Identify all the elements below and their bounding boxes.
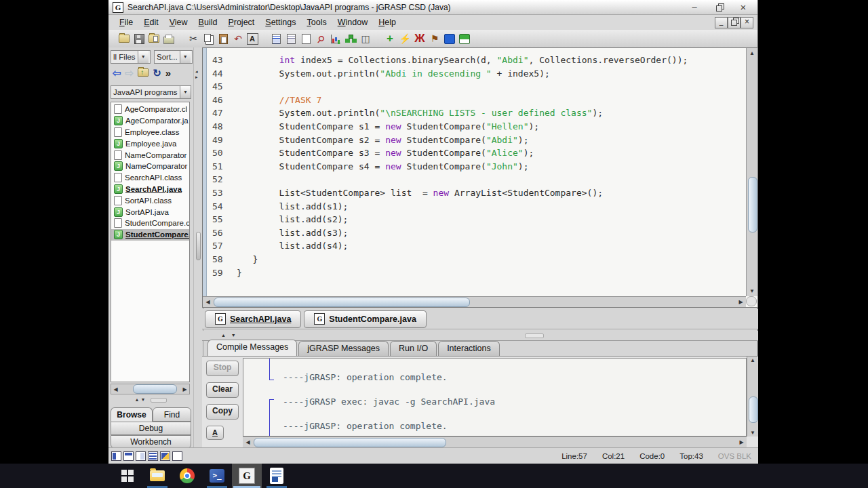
scroll-down-icon[interactable]: ▼ [747, 430, 758, 436]
cut-icon[interactable]: ✂ [187, 33, 200, 45]
paste-icon[interactable] [217, 33, 230, 45]
pane-grip[interactable] [151, 398, 167, 403]
menu-edit[interactable]: Edit [138, 16, 164, 28]
forward-icon[interactable]: ⇨ [125, 68, 134, 79]
tab-workbench[interactable]: Workbench [111, 435, 191, 449]
menu-view[interactable]: View [164, 16, 193, 28]
up-folder-icon[interactable] [138, 68, 149, 79]
chrome-icon[interactable] [172, 464, 202, 488]
mdi-minimize-button[interactable]: _ [715, 17, 728, 28]
code-line[interactable]: list.add(s4); [237, 239, 348, 253]
layout-icon[interactable] [160, 451, 170, 461]
file-item[interactable]: JSortAPI.java [111, 206, 189, 218]
viewer-window-icon[interactable] [458, 33, 471, 45]
code-line[interactable]: System.out.println("Abdi in descending "… [237, 67, 550, 81]
code-line[interactable]: System.out.println("\nSEARCHING LISTS - … [237, 106, 603, 120]
stop-button[interactable]: Stop [206, 361, 239, 376]
code-line[interactable]: StudentCompare s2 = new StudentCompare("… [237, 134, 529, 147]
layout-icon[interactable] [172, 451, 182, 461]
tab-compile-messages[interactable]: Compile Messages [208, 340, 297, 356]
clear-button[interactable]: Clear [206, 382, 239, 398]
copy-button[interactable]: Copy [206, 404, 239, 420]
tab-jgrasp-messages[interactable]: jGRASP Messages [298, 341, 389, 356]
scroll-left-icon[interactable]: ◀ [203, 297, 212, 307]
file-item[interactable]: JStudentCompare.j [111, 229, 189, 241]
menu-file[interactable]: File [114, 16, 138, 28]
code-lines[interactable]: int index5 = Collections.binarySearch(d,… [233, 48, 746, 296]
more-icon[interactable]: » [165, 68, 171, 79]
file-item[interactable]: SearchAPI.class [111, 172, 189, 184]
pin-icon[interactable]: ⚲ [312, 30, 330, 48]
save-as-icon[interactable] [148, 33, 161, 45]
complexity-profile-icon[interactable] [330, 33, 342, 45]
tab-browse[interactable]: Browse [111, 407, 153, 422]
tab-find[interactable]: Find [153, 407, 191, 422]
sort-dropdown[interactable]: Sort... ▼ [154, 50, 193, 64]
scroll-left-icon[interactable]: ◀ [111, 386, 120, 392]
font-button[interactable]: A [206, 426, 224, 440]
scroll-right-icon[interactable]: ▶ [737, 437, 746, 447]
font-icon[interactable]: A [247, 33, 258, 45]
code-line[interactable]: } [237, 253, 258, 266]
menu-help[interactable]: Help [373, 16, 401, 28]
uml-icon[interactable] [344, 33, 357, 45]
project-dropdown[interactable]: JavaAPI programs ▼ [111, 85, 191, 99]
file-item[interactable]: AgeComparator.cl [111, 104, 189, 115]
open-file-icon[interactable] [118, 33, 131, 45]
code-line[interactable]: StudentCompare s4 = new StudentCompare("… [237, 160, 529, 174]
file-item[interactable]: JNameComparator [111, 161, 189, 172]
restore-button[interactable] [713, 2, 725, 13]
scroll-right-icon[interactable]: ▶ [180, 386, 189, 392]
editor-hscrollbar[interactable]: ◀ ▶ [203, 296, 746, 307]
file-explorer-icon[interactable] [142, 464, 172, 488]
code-line[interactable]: StudentCompare s3 = new StudentCompare("… [237, 146, 534, 160]
refresh-icon[interactable]: ↻ [153, 68, 161, 79]
blue-window-icon[interactable] [443, 33, 456, 45]
file-item[interactable]: SortAPI.class [111, 195, 189, 206]
code-line[interactable]: list.add(s2); [237, 213, 348, 226]
files-filter-dropdown[interactable]: ll Files ▼ [111, 50, 151, 64]
minimize-button[interactable]: – [688, 2, 701, 13]
code-line[interactable]: } [237, 266, 242, 280]
undo-icon[interactable]: ↶ [232, 33, 245, 45]
menu-project[interactable]: Project [222, 16, 260, 28]
scroll-thumb[interactable] [254, 438, 446, 447]
scroll-thumb[interactable] [748, 177, 757, 233]
remove-csd-icon[interactable] [285, 33, 298, 45]
menu-window[interactable]: Window [332, 16, 373, 28]
copy-icon[interactable] [202, 33, 215, 45]
menu-build[interactable]: Build [193, 16, 223, 28]
scroll-thumb[interactable] [133, 384, 177, 394]
file-item[interactable]: StudentCompare.c [111, 218, 189, 229]
compile-icon[interactable]: + [384, 33, 397, 45]
menu-settings[interactable]: Settings [260, 16, 301, 28]
divider-arrows-icon[interactable]: ▲ ▼ [221, 333, 238, 338]
run-icon[interactable]: ⚡ [399, 33, 412, 45]
scroll-up-icon[interactable]: ▲ [747, 357, 758, 363]
code-line[interactable]: List<StudentCompare> list = new ArrayLis… [237, 186, 603, 200]
file-item[interactable]: JSearchAPI.java [111, 184, 189, 195]
code-editor[interactable]: 4344454647484950515253545556575859 int i… [202, 47, 758, 308]
scroll-left-icon[interactable]: ◀ [243, 437, 252, 447]
scroll-thumb[interactable] [749, 396, 758, 423]
pane-resize-arrows[interactable]: ▲ ▼ [108, 397, 193, 405]
writer-icon[interactable] [262, 464, 292, 488]
scroll-right-icon[interactable]: ▶ [736, 297, 745, 307]
code-line[interactable]: int index5 = Collections.binarySearch(d,… [237, 54, 688, 67]
divider-grip[interactable] [525, 333, 544, 338]
file-item[interactable]: Employee.class [111, 127, 189, 138]
layout-icon[interactable] [136, 451, 146, 461]
mdi-restore-button[interactable] [728, 17, 741, 28]
scroll-thumb[interactable] [214, 298, 470, 307]
messages-vscrollbar[interactable]: ▲ ▼ [747, 357, 758, 436]
menu-tools[interactable]: Tools [302, 16, 332, 28]
print-icon[interactable] [163, 33, 176, 45]
new-file-icon[interactable] [300, 33, 313, 45]
splitter-grip[interactable] [196, 232, 201, 260]
file-item[interactable]: JAgeComparator.ja [111, 115, 189, 127]
close-button[interactable]: × [737, 2, 749, 13]
generate-csd-icon[interactable] [270, 33, 283, 45]
applet-viewer-icon[interactable]: ⚑ [429, 33, 441, 45]
tab-interactions[interactable]: Interactions [438, 341, 500, 356]
mdi-close-button[interactable]: × [741, 17, 753, 28]
